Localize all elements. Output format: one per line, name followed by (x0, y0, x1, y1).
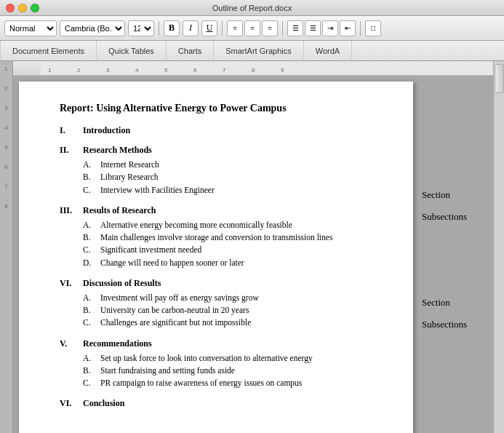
subsection-list-5: A. Set up task force to look into conver… (83, 352, 387, 390)
section-heading-6: VI. Conclusion (60, 398, 387, 409)
subsection-list-4: A. Investment will pay off as energy sav… (83, 292, 387, 330)
vertical-ruler: 1 2 3 4 5 6 7 8 (0, 61, 13, 433)
size-select[interactable]: 12 (128, 20, 154, 36)
annotation-section-1: Section (422, 189, 450, 201)
section-recommendations: V. Recommendations A. Set up task force … (60, 338, 387, 390)
numbered-list-button[interactable]: ☰ (305, 20, 321, 36)
section-introduction: I. Introduction (60, 125, 387, 136)
section-heading-4: VI. Discussion of Results (60, 278, 387, 289)
list-item: B. Library Research (83, 171, 387, 183)
maximize-button[interactable] (31, 4, 39, 12)
list-item: C. Challenges are significant but not im… (83, 317, 387, 329)
separator-1 (159, 21, 159, 36)
list-item: A. Set up task force to look into conver… (83, 352, 387, 365)
section-heading-2: II. Research Methods (60, 145, 387, 156)
annotations-panel: Section Subsections Section Subsections (422, 82, 487, 427)
annotation-subsections-1: Subsections (422, 211, 467, 223)
italic-button[interactable]: I (183, 20, 199, 36)
main-area: 1 2 3 4 5 6 7 8 1 2 3 4 5 6 7 8 9 (0, 61, 504, 433)
list-item: A. Internet Research (83, 159, 387, 171)
document-title: Report: Using Alternative Energy to Powe… (60, 102, 387, 115)
bold-button[interactable]: B (164, 20, 180, 36)
document-page: Report: Using Alternative Energy to Powe… (19, 82, 413, 433)
close-button[interactable] (6, 4, 15, 12)
separator-4 (360, 21, 361, 36)
section-discussion: VI. Discussion of Results A. Investment … (60, 278, 387, 330)
separator-2 (222, 21, 223, 36)
section-heading-3: III. Results of Research (60, 205, 387, 216)
list-group: ☰ ☰ ⇥ ⇤ (287, 20, 356, 36)
tab-worda[interactable]: WordA (304, 41, 352, 60)
separator-3 (282, 21, 283, 36)
list-item: C. Significant investment needed (83, 244, 387, 256)
style-select[interactable]: Normal (4, 20, 57, 36)
section-results: III. Results of Research A. Alternative … (60, 205, 387, 269)
indent-button[interactable]: ⇥ (322, 20, 338, 36)
section-heading-5: V. Recommendations (60, 338, 387, 349)
toolbar: Normal Cambria (Bo... 12 B I U ≡ ≡ ≡ ☰ ☰… (0, 16, 504, 41)
window-title: Outline of Report.docx (212, 4, 292, 12)
underline-button[interactable]: U (201, 20, 217, 36)
list-item: B. Start fundraising and setting funds a… (83, 365, 387, 377)
align-right-button[interactable]: ≡ (262, 20, 278, 36)
more-button[interactable]: □ (365, 20, 381, 36)
align-center-button[interactable]: ≡ (244, 20, 260, 36)
ruler-marks: 1 2 3 4 5 6 7 8 9 (41, 61, 493, 75)
subsection-list-3: A. Alternative energy becoming more econ… (83, 219, 387, 269)
list-item: A. Alternative energy becoming more econ… (83, 219, 387, 231)
outdent-button[interactable]: ⇤ (340, 20, 356, 36)
minimize-button[interactable] (18, 4, 27, 12)
tab-charts[interactable]: Charts (167, 41, 214, 60)
vertical-scrollbar[interactable] (493, 61, 504, 433)
tab-smartart[interactable]: SmartArt Graphics (214, 41, 303, 60)
tab-document-elements[interactable]: Document Elements (0, 41, 97, 60)
align-group: ≡ ≡ ≡ (227, 20, 278, 36)
list-item: D. Change will need to happen sooner or … (83, 257, 387, 269)
section-heading-1: I. Introduction (60, 125, 387, 136)
tab-quick-tables[interactable]: Quick Tables (97, 41, 167, 60)
subsection-list-2: A. Internet Research B. Library Research… (83, 159, 387, 196)
section-research-methods: II. Research Methods A. Internet Researc… (60, 145, 387, 196)
annotation-section-2: Section (422, 297, 450, 309)
annotation-subsections-2: Subsections (422, 319, 467, 330)
content-area: 1 2 3 4 5 6 7 8 9 Report: Using Alternat… (13, 61, 493, 433)
list-item: A. Investment will pay off as energy sav… (83, 292, 387, 304)
section-conclusion: VI. Conclusion (60, 398, 387, 409)
document-scroll-area[interactable]: Report: Using Alternative Energy to Powe… (13, 76, 493, 433)
bullet-list-button[interactable]: ☰ (287, 20, 303, 36)
list-item: C. Interview with Facilities Engineer (83, 184, 387, 196)
scrollbar-thumb[interactable] (495, 64, 504, 93)
font-select[interactable]: Cambria (Bo... (60, 20, 125, 36)
horizontal-ruler: 1 2 3 4 5 6 7 8 9 (13, 61, 493, 76)
align-left-button[interactable]: ≡ (227, 20, 243, 36)
ribbon: Document Elements Quick Tables Charts Sm… (0, 41, 504, 61)
list-item: B. University can be carbon-neutral in 2… (83, 304, 387, 317)
list-item: B. Main challenges involve storage and c… (83, 231, 387, 244)
list-item: C. PR campaign to raise awareness of ene… (83, 377, 387, 389)
traffic-lights (6, 4, 39, 12)
title-bar: Outline of Report.docx (0, 0, 504, 16)
